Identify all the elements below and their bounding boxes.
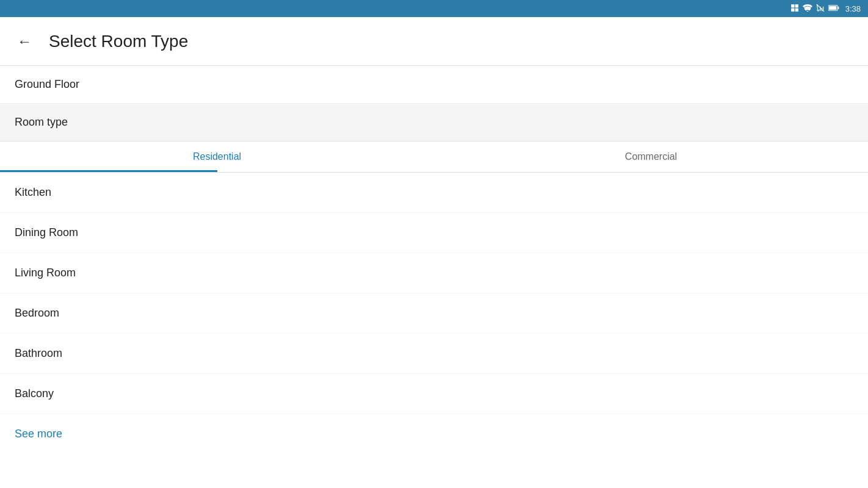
status-icons: 3:38 [790,4,861,14]
svg-rect-2 [791,8,794,11]
svg-rect-0 [791,4,794,7]
ground-floor-label: Ground Floor [0,66,868,104]
svg-rect-5 [837,6,839,9]
list-item-bedroom[interactable]: Bedroom [0,293,868,334]
list-item-balcony[interactable]: Balcony [0,374,868,414]
wifi-icon [803,4,812,13]
tabs-container: Residential Commercial [0,142,868,173]
room-type-label: Room type [0,104,868,142]
svg-rect-1 [795,4,798,7]
list-item-dining-room[interactable]: Dining Room [0,213,868,253]
tab-commercial[interactable]: Commercial [434,142,868,172]
back-button[interactable]: ← [12,29,37,54]
status-bar: 3:38 [0,0,868,17]
tab-residential[interactable]: Residential [0,142,434,172]
battery-icon [828,4,839,13]
svg-rect-6 [829,5,836,9]
no-signal-icon [816,4,825,14]
back-arrow-icon: ← [17,33,32,50]
page-title: Select Room Type [49,32,188,51]
svg-rect-3 [795,8,798,11]
status-time: 3:38 [845,4,861,13]
list-item-bathroom[interactable]: Bathroom [0,334,868,374]
see-more-link[interactable]: See more [0,414,868,454]
app-icon [790,4,799,14]
app-bar: ← Select Room Type [0,17,868,66]
list-item-kitchen[interactable]: Kitchen [0,173,868,213]
list-item-living-room[interactable]: Living Room [0,253,868,293]
